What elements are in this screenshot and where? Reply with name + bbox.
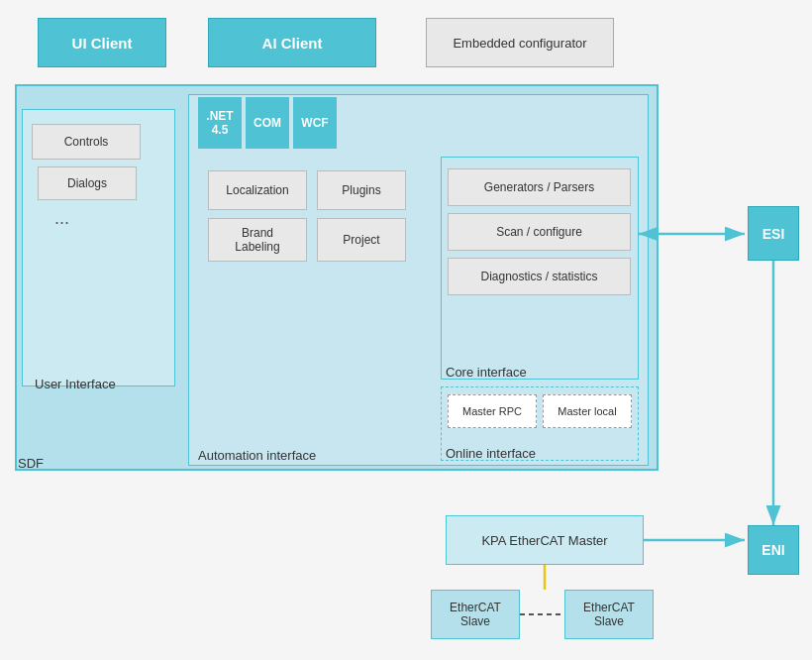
brand-box: Brand Labeling: [208, 218, 307, 262]
plugins-label: Plugins: [342, 183, 380, 197]
slave2-label: EtherCAT Slave: [583, 601, 635, 628]
sdf-label: SDF: [18, 456, 44, 471]
esi-label: ESI: [762, 226, 785, 242]
embedded-box: Embedded configurator: [426, 18, 614, 67]
kpa-box: KPA EtherCAT Master: [446, 515, 644, 565]
wcf-badge: WCF: [293, 97, 337, 149]
esi-box: ESI: [748, 206, 799, 261]
plugins-box: Plugins: [317, 170, 406, 210]
badge-area: .NET 4.5 COM WCF: [198, 97, 337, 149]
dialogs-box: Dialogs: [38, 166, 137, 200]
scan-box: Scan / configure: [448, 213, 631, 251]
project-box: Project: [317, 218, 406, 262]
master-rpc-box: Master RPC: [448, 394, 537, 428]
kpa-label: KPA EtherCAT Master: [481, 533, 607, 548]
auto-panel-label: Automation interface: [198, 448, 316, 463]
generators-box: Generators / Parsers: [448, 168, 631, 206]
slave1-box: EtherCAT Slave: [431, 590, 520, 639]
core-interface-label: Core interface: [446, 365, 527, 380]
ui-panel-label: User Interface: [35, 377, 116, 391]
master-rpc-label: Master RPC: [462, 405, 522, 417]
localization-label: Localization: [226, 183, 288, 197]
embedded-label: Embedded configurator: [453, 36, 586, 51]
master-local-label: Master local: [558, 405, 616, 417]
diagnostics-label: Diagnostics / statistics: [480, 270, 597, 283]
diagnostics-box: Diagnostics / statistics: [448, 258, 631, 295]
eni-box: ENI: [748, 525, 799, 575]
eni-label: ENI: [761, 542, 784, 558]
dots-label: ...: [54, 208, 69, 229]
controls-box: Controls: [32, 124, 141, 160]
ai-client-label: AI Client: [262, 35, 323, 52]
brand-label: Brand Labeling: [235, 226, 279, 254]
net45-badge: .NET 4.5: [198, 97, 242, 149]
generators-label: Generators / Parsers: [484, 180, 594, 194]
dialogs-label: Dialogs: [67, 176, 107, 190]
diagram-container: UI Client AI Client Embedded configurato…: [0, 0, 812, 660]
ai-client-box: AI Client: [208, 18, 376, 67]
controls-label: Controls: [64, 135, 109, 149]
com-badge: COM: [246, 97, 289, 149]
slave1-label: EtherCAT Slave: [450, 601, 501, 628]
localization-box: Localization: [208, 170, 307, 210]
master-local-box: Master local: [543, 394, 632, 428]
ui-client-label: UI Client: [72, 35, 133, 52]
ui-client-box: UI Client: [38, 18, 166, 67]
scan-label: Scan / configure: [496, 225, 582, 239]
project-label: Project: [343, 233, 379, 247]
slave2-box: EtherCAT Slave: [564, 590, 654, 639]
online-interface-label: Online interface: [446, 446, 536, 461]
